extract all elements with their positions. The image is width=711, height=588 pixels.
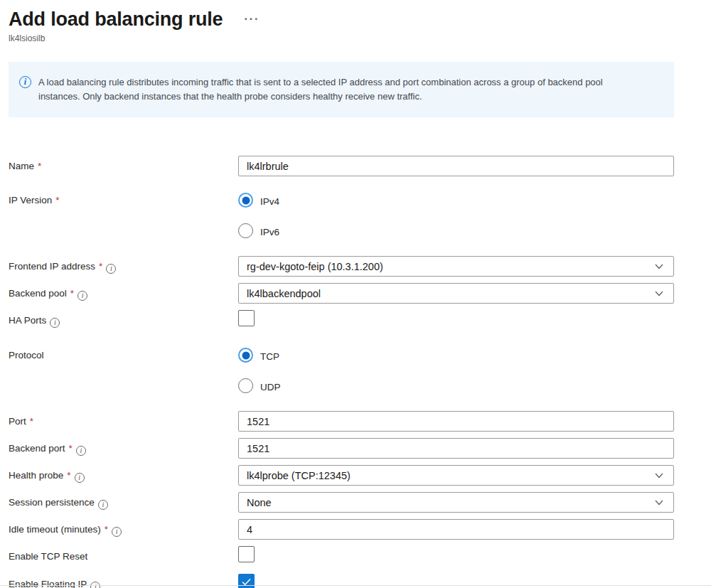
info-icon[interactable]: i (77, 291, 87, 301)
field-label-text: Backend pool (9, 287, 67, 299)
ip-version-radio-group: IPv4 IPv6 (238, 183, 674, 250)
field-label-text: Backend port (9, 442, 65, 454)
chevron-down-icon (655, 264, 663, 269)
name-input[interactable] (238, 156, 674, 176)
enable-tcp-reset-checkbox[interactable] (238, 546, 255, 562)
select-value: lk4lprobe (TCP:12345) (247, 470, 351, 481)
required-marker: * (69, 442, 73, 454)
field-label: Health probe * i (9, 465, 238, 481)
required-marker: * (70, 287, 74, 299)
protocol-radio-group: TCP UDP (238, 338, 674, 405)
field-label-text: IP Version (9, 194, 52, 206)
field-label: Name * (9, 156, 238, 172)
health-probe-select[interactable]: lk4lprobe (TCP:12345) (238, 465, 674, 486)
form-row-session-persistence: Session persistence i None (9, 492, 674, 513)
field-label: Backend pool * i (9, 283, 238, 299)
field-label: Port * (9, 411, 238, 427)
field-label: Frontend IP address * i (9, 256, 238, 272)
info-icon[interactable]: i (50, 318, 60, 328)
info-banner: i A load balancing rule distributes inco… (9, 62, 674, 117)
form-row-enable-floating-ip: Enable Floating IP i (9, 574, 674, 588)
radio-option-label: TCP (260, 349, 279, 362)
bottom-divider (0, 585, 711, 586)
form-row-ip-version: IP Version * IPv4 IPv6 (9, 183, 674, 250)
form-row-enable-tcp-reset: Enable TCP Reset (9, 546, 674, 565)
field-label: Enable TCP Reset (9, 546, 238, 562)
field-label: HA Ports i (9, 310, 238, 326)
form-row-backend-pool: Backend pool * i lk4lbackendpool (9, 283, 674, 304)
required-marker: * (67, 469, 70, 481)
info-banner-text: A load balancing rule distributes incomi… (38, 75, 643, 104)
form-row-ha-ports: HA Ports i (9, 310, 674, 328)
ha-ports-checkbox[interactable] (238, 310, 255, 326)
info-icon[interactable]: i (98, 500, 108, 510)
field-label-text: Idle timeout (minutes) (9, 523, 101, 535)
required-marker: * (99, 260, 102, 272)
required-marker: * (55, 194, 59, 206)
field-label: Enable Floating IP i (9, 574, 238, 588)
required-marker: * (30, 415, 33, 427)
frontend-ip-address-select[interactable]: rg-dev-kgoto-feip (10.3.1.200) (238, 256, 674, 277)
form-row-port: Port * (9, 411, 674, 432)
radio-icon[interactable] (238, 223, 253, 238)
field-label-text: Enable TCP Reset (9, 550, 87, 562)
form-row-name: Name * (9, 156, 674, 176)
chevron-down-icon (655, 500, 663, 506)
field-label-text: Enable Floating IP (9, 578, 87, 588)
form-row-health-probe: Health probe * i lk4lprobe (TCP:12345) (9, 465, 674, 486)
select-value: lk4lbackendpool (247, 288, 321, 299)
field-label-text: Frontend IP address (9, 260, 95, 272)
page-title: Add load balancing rule (9, 7, 223, 31)
field-label-text: Port (9, 415, 26, 427)
info-icon[interactable]: i (106, 264, 116, 274)
form-row-frontend-ip: Frontend IP address * i rg-dev-kgoto-fei… (9, 256, 674, 277)
field-label-text: Health probe (9, 469, 63, 481)
info-icon[interactable]: i (76, 446, 86, 456)
chevron-down-icon (655, 473, 663, 479)
info-icon[interactable]: i (75, 473, 85, 483)
ip-version-radio-ipv6[interactable]: IPv6 (238, 223, 674, 239)
field-label-text: HA Ports (9, 314, 46, 326)
select-value: None (247, 497, 272, 508)
field-label-text: Name (9, 160, 34, 172)
field-label-text: Protocol (9, 349, 44, 361)
radio-option-label: IPv4 (260, 194, 279, 207)
info-icon[interactable]: i (112, 527, 122, 537)
idle-timeout-input[interactable] (238, 519, 674, 540)
protocol-radio-udp[interactable]: UDP (238, 378, 674, 394)
radio-icon[interactable] (238, 193, 253, 208)
backend-pool-select[interactable]: lk4lbackendpool (238, 283, 674, 304)
field-label: IP Version * (9, 183, 238, 206)
field-label: Idle timeout (minutes) * i (9, 519, 238, 535)
load-balancing-rule-form: Name * IP Version * IPv4 IPv6 Frontend I… (9, 156, 674, 588)
field-label-text: Session persistence (9, 496, 95, 508)
ip-version-radio-ipv4[interactable]: IPv4 (238, 192, 674, 208)
field-label: Backend port * i (9, 438, 238, 454)
required-marker: * (38, 160, 41, 172)
form-row-protocol: Protocol TCP UDP (9, 338, 674, 405)
radio-icon[interactable] (238, 378, 253, 393)
session-persistence-select[interactable]: None (238, 492, 674, 513)
backend-port-input[interactable] (238, 438, 674, 459)
port-input[interactable] (238, 411, 674, 432)
page-header: Add load balancing rule ··· (9, 7, 702, 31)
required-marker: * (105, 523, 108, 535)
chevron-down-icon (655, 291, 663, 296)
radio-icon[interactable] (238, 348, 253, 363)
form-row-backend-port: Backend port * i (9, 438, 674, 459)
field-label: Protocol (9, 338, 238, 361)
radio-option-label: IPv6 (260, 225, 279, 237)
form-row-idle-timeout: Idle timeout (minutes) * i (9, 519, 674, 540)
protocol-radio-tcp[interactable]: TCP (238, 347, 674, 363)
more-options-button[interactable]: ··· (241, 11, 262, 27)
info-icon: i (19, 76, 31, 88)
enable-floating-ip-checkbox[interactable] (238, 574, 255, 588)
resource-name-subtitle: lk4lsiosilb (9, 33, 702, 43)
select-value: rg-dev-kgoto-feip (10.3.1.200) (247, 261, 383, 272)
radio-option-label: UDP (260, 380, 281, 392)
field-label: Session persistence i (9, 492, 238, 508)
